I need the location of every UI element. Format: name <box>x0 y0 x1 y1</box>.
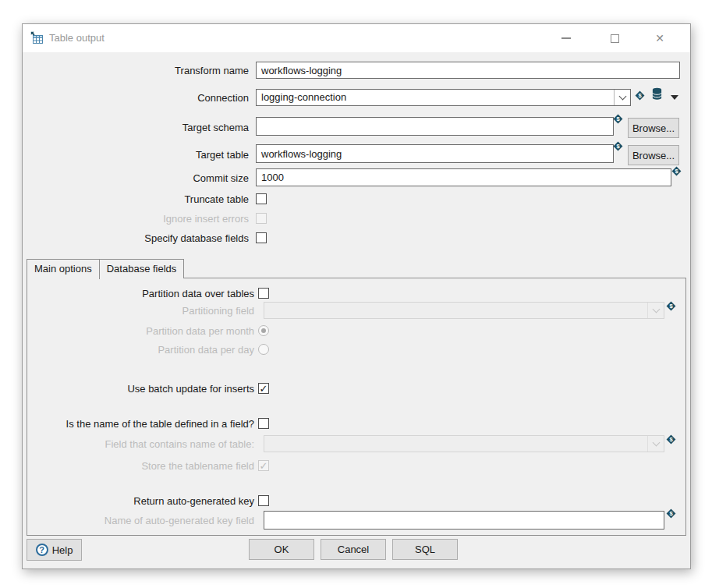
minimize-button[interactable] <box>554 27 578 50</box>
partitioning-field-combo <box>264 302 664 319</box>
variable-icon[interactable]: $ <box>671 166 682 176</box>
help-icon: ? <box>36 544 48 556</box>
variable-icon[interactable]: $ <box>613 141 623 151</box>
partitioning-field-label: Partitioning field <box>23 305 254 317</box>
close-icon: ✕ <box>655 33 664 44</box>
ignore-insert-errors-checkbox <box>256 213 267 224</box>
table-name-in-field-checkbox[interactable] <box>258 418 269 429</box>
partition-per-day-radio <box>258 344 269 355</box>
target-table-browse-button[interactable]: Browse... <box>628 145 679 165</box>
cancel-button[interactable]: Cancel <box>321 539 386 560</box>
variable-icon[interactable]: $ <box>666 508 676 519</box>
help-button-label: Help <box>52 544 73 556</box>
partition-data-over-tables-label: Partition data over tables <box>23 288 254 299</box>
target-schema-input[interactable] <box>256 117 614 136</box>
connection-dropdown-button[interactable] <box>614 90 630 105</box>
tab-bar: Main options Database fields <box>27 259 184 278</box>
database-icon[interactable] <box>651 87 663 101</box>
commit-size-input[interactable] <box>256 168 671 186</box>
target-schema-label: Target schema <box>23 122 249 133</box>
return-auto-key-label: Return auto-generated key <box>23 495 254 507</box>
connection-value: logging-connection <box>261 91 346 103</box>
transform-name-input[interactable] <box>256 62 680 79</box>
auto-key-field-label: Name of auto-generated key field <box>23 515 254 526</box>
specify-database-fields-checkbox[interactable] <box>256 232 267 243</box>
minimize-icon <box>561 37 571 39</box>
ignore-insert-errors-label: Ignore insert errors <box>23 213 249 225</box>
titlebar: Table output ✕ <box>23 24 690 52</box>
maximize-button[interactable] <box>603 27 626 50</box>
maximize-icon <box>611 34 619 43</box>
variable-icon[interactable]: $ <box>613 114 623 124</box>
store-tablename-label: Store the tablename field <box>23 460 254 472</box>
table-output-icon <box>30 31 44 45</box>
variable-icon[interactable]: $ <box>666 434 676 445</box>
target-schema-browse-button[interactable]: Browse... <box>628 118 679 138</box>
sql-button[interactable]: SQL <box>392 539 458 560</box>
window-title: Table output <box>49 32 104 44</box>
specify-database-fields-label: Specify database fields <box>23 232 249 244</box>
partition-per-day-label: Partition data per day <box>23 344 254 356</box>
use-batch-update-label: Use batch update for inserts <box>23 383 254 395</box>
tab-database-fields[interactable]: Database fields <box>100 259 185 278</box>
ok-button[interactable]: OK <box>249 539 314 560</box>
auto-key-field-input[interactable] <box>264 511 664 530</box>
field-with-table-name-dropdown-button <box>647 436 664 452</box>
partitioning-field-dropdown-button <box>647 303 664 318</box>
partition-data-over-tables-checkbox[interactable] <box>258 288 269 299</box>
transform-name-label: Transform name <box>23 65 249 76</box>
tab-main-options[interactable]: Main options <box>27 259 100 279</box>
store-tablename-checkbox <box>258 460 269 471</box>
connection-label: Connection <box>23 92 249 104</box>
target-table-label: Target table <box>23 149 249 161</box>
variable-icon[interactable]: $ <box>635 90 645 101</box>
partition-per-month-label: Partition data per month <box>23 325 254 337</box>
table-output-dialog: Table output ✕ Transform name Connection… <box>22 23 691 569</box>
field-with-table-name-label: Field that contains name of table: <box>23 438 254 450</box>
partition-per-month-radio <box>258 325 269 336</box>
connection-menu-caret-icon[interactable] <box>671 95 678 100</box>
commit-size-label: Commit size <box>23 172 249 184</box>
truncate-table-checkbox[interactable] <box>256 193 267 204</box>
return-auto-key-checkbox[interactable] <box>258 495 269 506</box>
variable-icon[interactable]: $ <box>666 301 676 311</box>
help-button[interactable]: ? Help <box>27 539 82 561</box>
use-batch-update-checkbox[interactable] <box>258 383 269 394</box>
field-with-table-name-combo <box>264 435 664 452</box>
chevron-down-icon <box>652 305 660 313</box>
close-button[interactable]: ✕ <box>648 27 671 50</box>
chevron-down-icon <box>618 92 626 100</box>
target-table-input[interactable] <box>256 144 614 163</box>
truncate-table-label: Truncate table <box>23 193 249 205</box>
connection-combo[interactable]: logging-connection <box>256 89 631 106</box>
chevron-down-icon <box>652 438 660 446</box>
table-name-in-field-label: Is the name of the table defined in a fi… <box>23 418 254 430</box>
